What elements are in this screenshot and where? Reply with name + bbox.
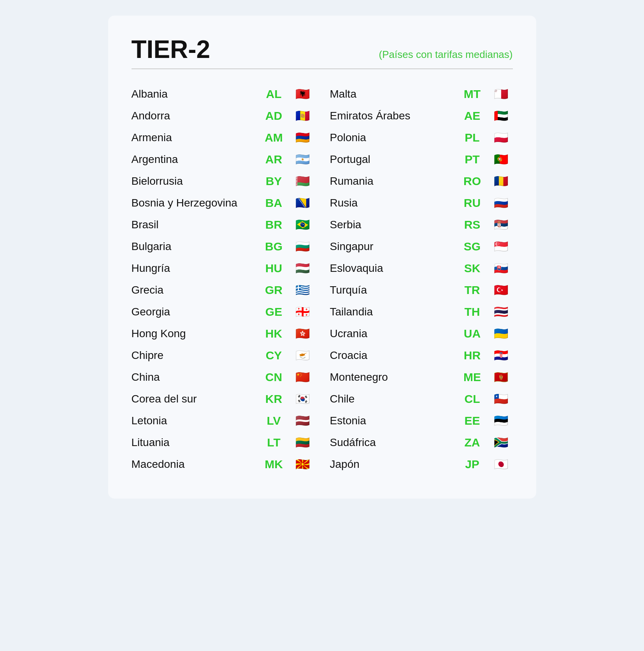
country-name: Bulgaria <box>132 240 255 253</box>
country-code: GE <box>258 305 290 318</box>
country-code: SK <box>457 262 488 275</box>
country-code: HR <box>457 349 488 362</box>
page-subtitle: (Países con tarifas medianas) <box>379 49 513 61</box>
country-code: SG <box>457 240 488 253</box>
country-name: Corea del sur <box>132 393 255 405</box>
country-flag: 🇬🇷 <box>293 283 313 297</box>
country-name: Bosnia y Herzegovina <box>132 197 255 209</box>
country-code: HU <box>258 262 290 275</box>
table-row: MaltaMT🇲🇹 <box>330 83 513 105</box>
country-name: Andorra <box>132 110 255 122</box>
country-code: UA <box>457 327 488 340</box>
country-name: Singapur <box>330 240 454 253</box>
table-row: PoloniaPL🇵🇱 <box>330 127 513 149</box>
country-name: Georgia <box>132 306 255 318</box>
country-name: Grecia <box>132 284 255 296</box>
country-flag: 🇭🇰 <box>293 327 313 341</box>
country-flag: 🇿🇦 <box>491 436 511 450</box>
country-code: CN <box>258 371 290 384</box>
table-row: LetoniaLV🇱🇻 <box>132 410 314 432</box>
table-row: TurquíaTR🇹🇷 <box>330 279 513 301</box>
country-flag: 🇦🇩 <box>293 109 313 123</box>
table-row: SudáfricaZA🇿🇦 <box>330 432 513 453</box>
country-flag: 🇰🇷 <box>293 392 313 406</box>
country-name: Eslovaquia <box>330 262 454 275</box>
country-code: RU <box>457 196 488 210</box>
main-card: TIER-2 (Países con tarifas medianas) Alb… <box>108 16 536 499</box>
country-flag: 🇦🇷 <box>293 152 313 166</box>
country-name: Macedonia <box>132 458 255 471</box>
table-row: BrasilBR🇧🇷 <box>132 214 314 236</box>
country-flag: 🇱🇹 <box>293 436 313 450</box>
country-name: Lituania <box>132 436 255 449</box>
country-name: Chipre <box>132 349 255 362</box>
country-flag: 🇭🇷 <box>491 348 511 362</box>
country-name: Turquía <box>330 284 454 296</box>
country-flag: 🇹🇷 <box>491 283 511 297</box>
country-flag: 🇧🇦 <box>293 196 313 210</box>
country-code: MT <box>457 88 488 101</box>
divider <box>132 68 513 69</box>
country-flag: 🇧🇷 <box>293 218 313 232</box>
table-row: ArgentinaAR🇦🇷 <box>132 149 314 170</box>
table-row: Corea del surKR🇰🇷 <box>132 388 314 410</box>
country-name: China <box>132 371 255 383</box>
country-name: Argentina <box>132 153 255 166</box>
country-flag: 🇵🇹 <box>491 152 511 166</box>
country-name: Malta <box>330 88 454 100</box>
table-row: SingapurSG🇸🇬 <box>330 236 513 257</box>
country-name: Montenegro <box>330 371 454 383</box>
table-row: HungríaHU🇭🇺 <box>132 257 314 279</box>
country-code: JP <box>457 458 488 471</box>
table-row: CroaciaHR🇭🇷 <box>330 345 513 366</box>
country-name: Hungría <box>132 262 255 275</box>
table-row: PortugalPT🇵🇹 <box>330 149 513 170</box>
country-flag: 🇷🇺 <box>491 196 511 210</box>
country-name: Chile <box>330 393 454 405</box>
country-columns: AlbaniaAL🇦🇱AndorraAD🇦🇩ArmeniaAM🇦🇲Argenti… <box>132 83 513 475</box>
country-name: Rusia <box>330 197 454 209</box>
country-code: BR <box>258 218 290 231</box>
country-flag: 🇸🇰 <box>491 261 511 275</box>
country-name: Estonia <box>330 415 454 427</box>
country-name: Sudáfrica <box>330 436 454 449</box>
country-code: EE <box>457 414 488 427</box>
table-row: Emiratos ÁrabesAE🇦🇪 <box>330 105 513 127</box>
country-name: Albania <box>132 88 255 100</box>
country-flag: 🇦🇱 <box>293 87 313 101</box>
country-code: PT <box>457 153 488 166</box>
country-code: BG <box>258 240 290 253</box>
table-row: GreciaGR🇬🇷 <box>132 279 314 301</box>
country-code: PL <box>457 131 488 144</box>
country-name: Tailandia <box>330 306 454 318</box>
country-flag: 🇯🇵 <box>491 457 511 471</box>
country-name: Croacia <box>330 349 454 362</box>
country-code: CL <box>457 392 488 406</box>
table-row: ChinaCN🇨🇳 <box>132 366 314 388</box>
country-code: TH <box>457 305 488 318</box>
country-code: AD <box>258 109 290 122</box>
country-flag: 🇷🇸 <box>491 218 511 232</box>
country-flag: 🇧🇬 <box>293 240 313 254</box>
table-row: EslovaquiaSK🇸🇰 <box>330 257 513 279</box>
country-flag: 🇦🇲 <box>293 131 313 145</box>
country-flag: 🇺🇦 <box>491 327 511 341</box>
table-row: SerbiaRS🇷🇸 <box>330 214 513 236</box>
right-column: MaltaMT🇲🇹Emiratos ÁrabesAE🇦🇪PoloniaPL🇵🇱P… <box>330 83 513 475</box>
country-flag: 🇲🇪 <box>491 370 511 384</box>
country-name: Japón <box>330 458 454 471</box>
table-row: ChipreCY🇨🇾 <box>132 345 314 366</box>
country-code: RS <box>457 218 488 231</box>
table-row: RumaniaRO🇷🇴 <box>330 170 513 192</box>
country-name: Brasil <box>132 219 255 231</box>
country-name: Rumania <box>330 175 454 187</box>
country-name: Emiratos Árabes <box>330 110 454 122</box>
country-code: AR <box>258 153 290 166</box>
country-flag: 🇷🇴 <box>491 174 511 188</box>
country-flag: 🇦🇪 <box>491 109 511 123</box>
country-code: ME <box>457 371 488 384</box>
table-row: EstoniaEE🇪🇪 <box>330 410 513 432</box>
country-name: Portugal <box>330 153 454 166</box>
country-name: Letonia <box>132 415 255 427</box>
page-title: TIER-2 <box>132 35 211 64</box>
